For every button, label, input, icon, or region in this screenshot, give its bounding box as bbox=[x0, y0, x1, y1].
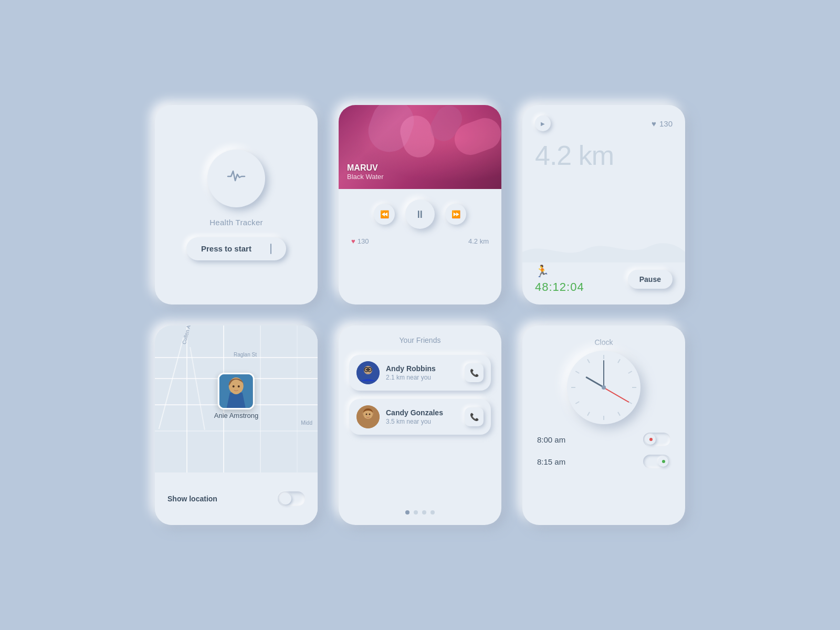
profile-pin: Anie Amstrong bbox=[214, 373, 259, 419]
friend-call-button-2[interactable]: 📞 bbox=[465, 407, 484, 426]
start-button-label: Press to start bbox=[201, 244, 251, 253]
health-tracker-title: Health Tracker bbox=[209, 218, 263, 227]
friend-name-2: Candy Gonzales bbox=[386, 408, 458, 417]
app-grid: Health Tracker Press to start MARUV Blac… bbox=[155, 105, 685, 525]
alarm-row-2: 8:15 am bbox=[535, 455, 673, 468]
rewind-button[interactable]: ⏪ bbox=[374, 204, 395, 225]
alarm-dot-red bbox=[649, 438, 653, 441]
map-footer: Show location bbox=[155, 472, 318, 525]
music-controls: ⏪ ⏸ ⏩ ♥ 130 4.2 km bbox=[339, 189, 501, 254]
music-heart-count: 130 bbox=[358, 237, 369, 245]
distance-display: 4.2 km bbox=[535, 140, 673, 171]
music-heart-stat: ♥ 130 bbox=[351, 237, 369, 245]
location-card: Raglan St Cullen Ave Midd Anie Amstrong bbox=[155, 326, 318, 525]
run-play-button[interactable]: ▶ bbox=[535, 116, 551, 131]
run-header: ▶ ♥ 130 bbox=[535, 116, 673, 131]
pause-run-button[interactable]: Pause bbox=[628, 270, 673, 289]
run-heart-display: ♥ 130 bbox=[652, 119, 673, 128]
alarm-row-1: 8:00 am bbox=[535, 433, 673, 446]
pause-icon: ⏸ bbox=[415, 208, 425, 220]
user-profile-image bbox=[218, 373, 255, 410]
alarm-thumb-1 bbox=[645, 434, 656, 445]
friend-call-button-1[interactable]: 📞 bbox=[465, 363, 484, 382]
friends-title: Your Friends bbox=[349, 336, 491, 344]
running-tracker-card: ▶ ♥ 130 4.2 km 🏃 48:12:04 Pause bbox=[522, 105, 685, 304]
alarm-toggle-1[interactable] bbox=[643, 433, 670, 446]
wave-decoration bbox=[522, 236, 685, 262]
alarm-time-2: 8:15 am bbox=[537, 457, 565, 466]
svg-point-3 bbox=[233, 385, 235, 387]
alarm-thumb-2 bbox=[658, 456, 668, 467]
runner-icon: 🏃 bbox=[535, 265, 584, 278]
location-toggle[interactable] bbox=[278, 491, 305, 506]
forward-icon: ⏩ bbox=[452, 210, 460, 218]
rewind-icon: ⏪ bbox=[380, 210, 389, 218]
pulse-button[interactable] bbox=[207, 150, 265, 207]
friends-card: Your Friends Andy Robbins bbox=[339, 326, 501, 525]
street-label-3: Midd bbox=[301, 420, 312, 426]
music-distance-stat: 4.2 km bbox=[468, 237, 489, 245]
svg-point-9 bbox=[369, 369, 371, 371]
friend-avatar-2 bbox=[356, 405, 380, 428]
clock-card: Clock bbox=[522, 326, 685, 525]
friend-avatar-1 bbox=[356, 361, 380, 384]
heart-icon: ♥ bbox=[351, 237, 355, 245]
run-timer: 48:12:04 bbox=[535, 280, 584, 294]
svg-point-16 bbox=[366, 414, 368, 415]
location-toggle-label: Show location bbox=[167, 495, 217, 503]
svg-point-8 bbox=[366, 369, 368, 371]
dot-4 bbox=[430, 510, 435, 514]
analog-clock bbox=[567, 351, 640, 424]
friend-dist-2: 3.5 km near you bbox=[386, 418, 458, 425]
music-stats: ♥ 130 4.2 km bbox=[351, 237, 489, 245]
friend-info-1: Andy Robbins 2.1 km near you bbox=[386, 364, 458, 381]
health-tracker-card: Health Tracker Press to start bbox=[155, 105, 318, 304]
alarm-time-1: 8:00 am bbox=[537, 435, 565, 444]
toggle-thumb bbox=[280, 493, 291, 505]
dot-2 bbox=[414, 510, 418, 514]
run-heart-value: 130 bbox=[659, 119, 673, 128]
friend-dist-1: 2.1 km near you bbox=[386, 374, 458, 381]
minute-hand bbox=[603, 360, 604, 387]
pulse-icon bbox=[227, 167, 246, 190]
svg-point-4 bbox=[238, 385, 240, 387]
clock-title: Clock bbox=[535, 338, 673, 346]
dot-3 bbox=[422, 510, 426, 514]
friend-name-1: Andy Robbins bbox=[386, 364, 458, 373]
forward-button[interactable]: ⏩ bbox=[445, 204, 466, 225]
street-label-1: Raglan St bbox=[234, 352, 257, 358]
run-heart-icon: ♥ bbox=[652, 119, 656, 128]
pause-button[interactable]: ⏸ bbox=[405, 200, 435, 229]
phone-icon-2: 📞 bbox=[470, 413, 479, 421]
clock-center-dot bbox=[602, 385, 606, 390]
run-activity-section: 🏃 48:12:04 bbox=[535, 265, 584, 294]
svg-point-2 bbox=[230, 380, 243, 394]
controls-row: ⏪ ⏸ ⏩ bbox=[351, 200, 489, 229]
alarm-dot-green bbox=[662, 460, 665, 463]
svg-point-17 bbox=[369, 414, 371, 415]
song-title: Black Water bbox=[347, 173, 384, 181]
start-button-divider bbox=[270, 244, 271, 254]
album-art: MARUV Black Water bbox=[339, 105, 501, 189]
friend-item-2: Candy Gonzales 3.5 km near you 📞 bbox=[349, 399, 491, 435]
music-player-card: MARUV Black Water ⏪ ⏸ ⏩ ♥ 130 bbox=[339, 105, 501, 304]
friend-item: Andy Robbins 2.1 km near you 📞 bbox=[349, 355, 491, 391]
run-footer: 🏃 48:12:04 Pause bbox=[535, 265, 673, 294]
press-to-start-button[interactable]: Press to start bbox=[186, 237, 286, 260]
phone-icon-1: 📞 bbox=[470, 369, 479, 377]
profile-name: Anie Amstrong bbox=[214, 412, 259, 419]
friend-info-2: Candy Gonzales 3.5 km near you bbox=[386, 408, 458, 425]
song-artist: MARUV bbox=[347, 163, 384, 173]
alarm-toggle-2[interactable] bbox=[643, 455, 670, 468]
song-info: MARUV Black Water bbox=[347, 163, 384, 181]
pagination-dots bbox=[349, 510, 491, 514]
dot-1 bbox=[405, 510, 410, 514]
second-hand bbox=[604, 387, 629, 402]
